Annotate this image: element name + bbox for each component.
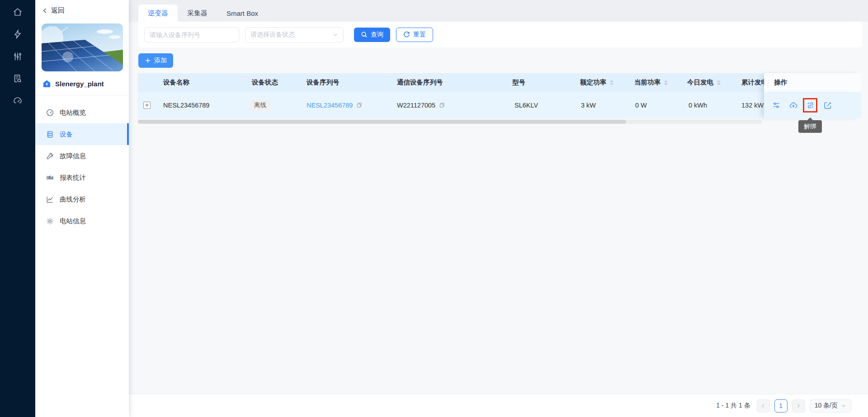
sidebar-menu: 电站概览 设备 故障信息 报表统计 曲线分析 电站信息 [35,96,129,232]
gear-icon [46,217,54,225]
energy-icon[interactable] [0,23,35,45]
cell-comm-serial: W221127005 [397,92,445,118]
copy-icon[interactable] [439,102,445,108]
edit-icon[interactable] [824,101,832,109]
page-number-button[interactable]: 1 [774,399,788,412]
plant-house-icon [42,80,51,88]
gauge-icon [46,109,54,117]
serial-search-input[interactable] [144,27,239,42]
device-table: 设备名称 设备状态 设备序列号 通信设备序列号 型号 额定功率 当前功率 今日发… [138,73,861,118]
sidebar-item-label: 报表统计 [60,173,86,182]
chevron-left-icon [42,8,48,14]
sidebar-item-label: 电站概览 [60,108,86,117]
report-icon [46,174,54,182]
sidebar-item-fault-info[interactable]: 故障信息 [35,145,129,167]
search-button[interactable]: 查询 [354,28,390,42]
chevron-left-icon [760,403,766,408]
sort-today-energy[interactable] [717,80,721,85]
col-header-status: 设备状态 [252,73,278,92]
parameter-settings-icon[interactable] [772,101,780,109]
pagination-total: 1 - 1 共 1 条 [716,402,750,410]
cell-device-serial: NESL23456789 [307,92,362,118]
sidebar-item-plant-overview[interactable]: 电站概览 [35,102,129,123]
cell-today-energy: 0 kWh [689,92,707,118]
page-size-label: 10 条/页 [815,402,838,410]
cell-current-power: 0 W [635,92,647,118]
page-size-select[interactable]: 10 条/页 [810,399,851,412]
sidebar-item-devices[interactable]: 设备 [35,123,129,145]
app-rail [0,0,35,417]
add-button-label: 添加 [154,56,167,65]
tab-label: Smart Box [226,9,258,17]
col-header-total-energy: 累计发电 [741,73,764,92]
copy-icon[interactable] [356,102,362,108]
report-search-icon[interactable] [0,67,35,89]
tooltip-label: 解绑 [804,122,816,131]
curve-icon [46,196,54,203]
back-label: 返回 [51,6,65,15]
status-badge: 离线 [250,99,270,111]
plant-sidebar: 返回 [35,0,129,417]
col-header-model: 型号 [512,73,525,92]
device-type-tabs: 逆变器 采集器 Smart Box [129,0,868,22]
unbind-tooltip: 解绑 [798,120,822,133]
plant-name: Slenergy_plant [55,80,104,88]
plant-photo [42,23,123,71]
sidebar-item-label: 设备 [60,130,73,139]
search-button-label: 查询 [371,31,383,39]
col-header-name: 设备名称 [163,73,189,92]
sliders-icon[interactable] [0,45,35,67]
reset-button[interactable]: 重置 [396,28,433,42]
tab-collector[interactable]: 采集器 [178,5,217,22]
filter-bar: 请选择设备状态 查询 重置 [138,22,862,47]
add-device-button[interactable]: 添加 [138,53,173,68]
status-select-placeholder: 请选择设备状态 [250,31,295,39]
prev-page-button[interactable] [757,399,770,412]
back-button[interactable]: 返回 [35,0,129,21]
table-horizontal-scrollbar[interactable] [138,120,762,124]
sort-current-power[interactable] [664,80,668,85]
col-header-rated-power: 额定功率 [580,73,613,92]
col-header-today-energy: 今日发电 [687,73,721,92]
tab-inverter[interactable]: 逆变器 [138,5,178,22]
sidebar-item-curve-analysis[interactable]: 曲线分析 [35,188,129,210]
row-actions [764,92,861,118]
pagination-bar: 1 - 1 共 1 条 1 10 条/页 [129,394,868,417]
cell-model: SL6KLV [514,92,538,118]
cell-rated-power: 3 kW [581,92,596,118]
sidebar-item-plant-info[interactable]: 电站信息 [35,210,129,232]
sort-rated-power[interactable] [610,80,613,85]
cell-total-energy: 132 kWh [741,92,764,118]
col-header-actions: 操作 [764,73,861,92]
table-row[interactable]: + NESL23456789 离线 NESL23456789 W22112700… [138,92,861,118]
fixed-action-column: 操作 [764,73,861,118]
cell-device-name: NESL23456789 [163,92,209,118]
expand-row-button[interactable]: + [143,102,151,109]
col-header-comm-serial: 通信设备序列号 [397,73,443,92]
tab-smart-box[interactable]: Smart Box [217,5,268,22]
main-content: 逆变器 采集器 Smart Box 请选择设备状态 查询 重置 添加 设备名称 … [129,0,868,417]
tab-label: 采集器 [187,9,208,18]
wrench-icon [46,152,54,160]
sidebar-item-label: 故障信息 [60,152,86,160]
dashboard-icon[interactable] [0,89,35,112]
chevron-down-icon [333,32,338,37]
col-header-current-power: 当前功率 [634,73,668,92]
cell-device-status: 离线 [250,92,270,118]
sidebar-item-report-stats[interactable]: 报表统计 [35,167,129,188]
status-select[interactable]: 请选择设备状态 [245,27,344,42]
chevron-down-icon [841,403,846,408]
chevron-right-icon [796,403,801,408]
sidebar-item-label: 电站信息 [60,217,86,225]
search-icon [361,31,368,38]
next-page-button[interactable] [792,399,805,412]
reset-button-label: 重置 [413,31,426,39]
home-icon[interactable] [0,1,35,23]
unbind-icon[interactable] [807,101,815,109]
refresh-icon [403,31,410,38]
device-serial-link[interactable]: NESL23456789 [307,102,353,109]
scrollbar-thumb[interactable] [138,120,626,124]
table-header-row: 设备名称 设备状态 设备序列号 通信设备序列号 型号 额定功率 当前功率 今日发… [138,73,861,92]
cloud-upgrade-icon[interactable] [789,101,797,109]
sidebar-item-label: 曲线分析 [60,195,86,204]
